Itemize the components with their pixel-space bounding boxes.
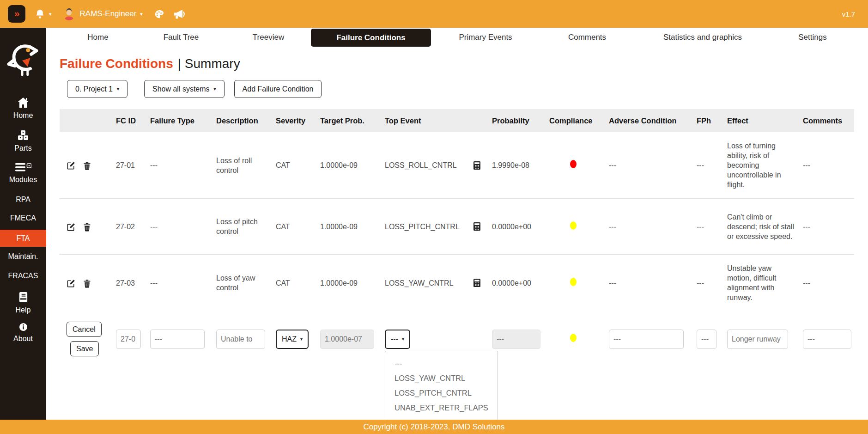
- cell-fph: ---: [696, 255, 726, 312]
- main-content: HomeFault TreeTreeviewFailure Conditions…: [46, 28, 868, 434]
- announcements-megaphone-icon[interactable]: [174, 9, 186, 19]
- col-top-event: Top Event: [384, 109, 491, 132]
- severity-select[interactable]: HAZ▾: [276, 330, 309, 349]
- chevron-down-icon[interactable]: ▾: [140, 11, 143, 17]
- table-row: 27-01 --- Loss of roll control CAT 1.000…: [60, 132, 854, 199]
- edit-icon[interactable]: [67, 161, 75, 170]
- avatar[interactable]: [63, 8, 75, 20]
- systems-filter-button[interactable]: Show all systems▾: [144, 80, 225, 98]
- calculator-icon[interactable]: [473, 222, 480, 231]
- description-input[interactable]: [216, 330, 265, 349]
- dropdown-option[interactable]: ---: [385, 356, 498, 371]
- probability-input: [492, 330, 540, 349]
- table-header: FC ID Failure Type Description Severity …: [60, 109, 854, 132]
- sidebar-item-fmeca[interactable]: FMECA: [0, 214, 46, 222]
- col-fc-id: FC ID: [115, 109, 149, 132]
- cell-adverse-condition: ---: [608, 132, 696, 199]
- modules-menu-icon: [15, 166, 31, 174]
- edit-icon[interactable]: [67, 279, 75, 288]
- col-effect: Effect: [726, 109, 802, 132]
- tab-settings[interactable]: Settings: [798, 28, 826, 47]
- delete-trash-icon[interactable]: [83, 223, 91, 232]
- cell-description: Loss of yaw control: [215, 255, 275, 312]
- calculator-icon[interactable]: [473, 279, 480, 287]
- top-event-select[interactable]: ---▾: [385, 330, 410, 349]
- cell-comments: ---: [802, 199, 854, 255]
- sidebar-item-help[interactable]: Help: [0, 292, 46, 314]
- tab-failure-conditions[interactable]: Failure Conditions: [311, 29, 431, 47]
- cell-failure-type: ---: [149, 132, 215, 199]
- col-severity: Severity: [275, 109, 319, 132]
- theme-palette-icon[interactable]: [154, 9, 164, 19]
- cell-comments: ---: [802, 255, 854, 312]
- tab-comments[interactable]: Comments: [568, 28, 606, 47]
- sidebar-item-home[interactable]: Home: [0, 97, 46, 120]
- calculator-icon[interactable]: [473, 161, 480, 170]
- page-title-accent: Failure Conditions: [60, 56, 173, 71]
- fc-id-input[interactable]: [116, 330, 141, 349]
- dropdown-option[interactable]: LOSS_PITCH_CNTRL: [385, 385, 498, 400]
- sidebar-item-parts[interactable]: Modules Parts: [0, 130, 46, 153]
- tab-treeview[interactable]: Treeview: [253, 28, 284, 47]
- sidebar-item-maintain[interactable]: Maintain.: [0, 252, 46, 261]
- cell-failure-type: ---: [149, 255, 215, 312]
- topbar: » ▾ RAMS-Engineer ▾ v1.7: [0, 0, 868, 28]
- project-selector-button[interactable]: 0. Project 1▾: [67, 80, 127, 98]
- chevron-down-icon: ▾: [117, 86, 119, 92]
- chevron-down-icon[interactable]: ▾: [49, 11, 52, 17]
- cell-target-prob: 1.0000e-09: [319, 132, 384, 199]
- delete-trash-icon[interactable]: [83, 279, 91, 288]
- adverse-condition-input[interactable]: [609, 330, 684, 349]
- cell-fc-id: 27-03: [115, 255, 149, 312]
- home-icon: [17, 102, 29, 110]
- notifications-bell-icon[interactable]: [35, 9, 45, 19]
- col-target-prob: Target Prob.: [319, 109, 384, 132]
- book-icon: [18, 296, 29, 304]
- cell-top-event: LOSS_YAW_CNTRL: [384, 255, 491, 312]
- cell-severity: CAT: [275, 199, 319, 255]
- page-title: Failure Conditions| Summary: [60, 57, 868, 71]
- cancel-button[interactable]: Cancel: [67, 322, 102, 337]
- tab-primary-events[interactable]: Primary Events: [459, 28, 512, 47]
- cell-comments: ---: [802, 132, 854, 199]
- failure-type-input[interactable]: [150, 330, 205, 349]
- compliance-indicator: [570, 278, 577, 286]
- fph-input[interactable]: [697, 330, 716, 349]
- col-probability: Probabilty: [491, 109, 548, 132]
- sidebar: Home Modules Parts Modules RPA FMECA FTA…: [0, 28, 46, 434]
- compliance-indicator: [570, 160, 577, 168]
- edit-icon[interactable]: [67, 223, 75, 232]
- dropdown-option[interactable]: LOSS_YAW_CNTRL: [385, 371, 498, 385]
- add-failure-condition-button[interactable]: Add Failure Condition: [234, 80, 322, 98]
- cell-probability: 1.9990e-08: [491, 132, 548, 199]
- dropdown-option[interactable]: UNAB_EXT_RETR_FLAPS: [385, 400, 498, 415]
- cell-description: Loss of pitch control: [215, 199, 275, 255]
- cell-effect: Loss of turning ability, risk of becomin…: [726, 132, 802, 199]
- cell-fph: ---: [696, 132, 726, 199]
- cell-failure-type: ---: [149, 199, 215, 255]
- sidebar-item-fracas[interactable]: FRACAS: [0, 272, 46, 280]
- col-adverse-condition: Adverse Condition: [608, 109, 696, 132]
- save-button[interactable]: Save: [70, 341, 99, 356]
- cell-compliance: [548, 255, 608, 312]
- app-logo-bird: [0, 43, 46, 79]
- sidebar-item-about[interactable]: About: [0, 323, 46, 343]
- tab-fault-tree[interactable]: Fault Tree: [164, 28, 199, 47]
- cell-adverse-condition: ---: [608, 199, 696, 255]
- compliance-indicator: [570, 221, 577, 230]
- delete-trash-icon[interactable]: [83, 161, 91, 170]
- username[interactable]: RAMS-Engineer: [80, 9, 137, 18]
- cell-top-event: LOSS_PITCH_CNTRL: [384, 199, 491, 255]
- cell-effect: Can't climb or descend; risk of stall or…: [726, 199, 802, 255]
- tab-statistics-and-graphics[interactable]: Statistics and graphics: [663, 28, 742, 47]
- tab-home[interactable]: Home: [87, 28, 108, 47]
- compliance-indicator: [570, 334, 577, 342]
- sidebar-item-fta-active[interactable]: FTA: [0, 230, 46, 247]
- sidebar-collapse-button[interactable]: »: [8, 5, 25, 23]
- sidebar-item-rpa[interactable]: RPA: [0, 196, 46, 204]
- sidebar-item-modules[interactable]: Modules: [0, 162, 46, 184]
- chevron-down-icon: ▾: [300, 336, 303, 342]
- comments-input[interactable]: [803, 330, 851, 349]
- effect-input[interactable]: [727, 330, 788, 349]
- cell-target-prob: 1.0000e-09: [319, 199, 384, 255]
